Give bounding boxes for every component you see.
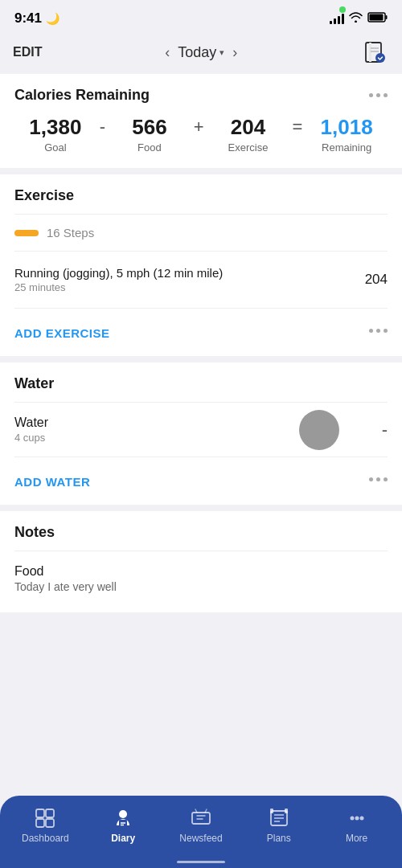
exercise-calories-value: 204 bbox=[365, 272, 388, 288]
nav-item-dashboard[interactable]: Dashboard bbox=[6, 807, 84, 844]
remaining-number: 1,018 bbox=[306, 115, 388, 140]
svg-rect-10 bbox=[36, 819, 44, 827]
nav-label-newsfeed: Newsfeed bbox=[179, 833, 222, 844]
home-indicator bbox=[177, 861, 225, 863]
wifi-icon bbox=[349, 12, 363, 25]
add-water-button[interactable]: ADD WATER bbox=[14, 467, 90, 492]
svg-rect-22 bbox=[285, 809, 288, 813]
edit-button[interactable]: EDIT bbox=[13, 45, 42, 59]
exercise-label: Exercise bbox=[207, 141, 289, 154]
minus-operator: - bbox=[96, 117, 109, 137]
exercise-calories: 204 Exercise bbox=[207, 115, 289, 154]
food-calories: 566 Food bbox=[109, 115, 191, 154]
nav-label-more: More bbox=[346, 833, 367, 844]
svg-rect-4 bbox=[369, 43, 371, 62]
water-item[interactable]: Water 4 cups - bbox=[14, 409, 388, 450]
notes-text: Today I ate very well bbox=[14, 580, 388, 593]
exercise-name: Running (jogging), 5 mph (12 min mile) bbox=[14, 266, 365, 280]
nav-item-more[interactable]: More bbox=[318, 807, 396, 844]
svg-rect-11 bbox=[46, 819, 54, 827]
goal-label: Goal bbox=[14, 141, 96, 154]
add-exercise-button[interactable]: ADD EXERCISE bbox=[14, 318, 110, 343]
steps-row: 16 Steps bbox=[14, 221, 388, 244]
nav-item-plans[interactable]: Plans bbox=[240, 807, 318, 844]
divider bbox=[14, 214, 388, 215]
svg-point-5 bbox=[375, 53, 385, 63]
next-date-arrow[interactable]: › bbox=[232, 44, 237, 61]
exercise-section-title: Exercise bbox=[14, 187, 388, 204]
battery-icon bbox=[367, 12, 388, 25]
notes-category: Food bbox=[14, 564, 388, 579]
water-name: Water bbox=[14, 416, 48, 430]
newsfeed-icon bbox=[190, 807, 212, 829]
bottom-navigation: Dashboard Diary Newsfeed bbox=[0, 796, 402, 868]
notes-item[interactable]: Food Today I ate very well bbox=[14, 558, 388, 600]
remaining-label: Remaining bbox=[306, 141, 388, 154]
exercise-more-button[interactable] bbox=[369, 329, 388, 333]
divider bbox=[14, 308, 388, 309]
top-navigation: EDIT ‹ Today ▾ › bbox=[0, 32, 402, 74]
food-number: 566 bbox=[109, 115, 191, 140]
date-label[interactable]: Today ▾ bbox=[178, 44, 224, 61]
more-icon bbox=[346, 807, 368, 829]
date-navigation[interactable]: ‹ Today ▾ › bbox=[165, 44, 237, 61]
status-icons bbox=[330, 12, 388, 25]
diary-nav-icon bbox=[112, 807, 134, 829]
goal-calories: 1,380 Goal bbox=[14, 115, 96, 154]
equals-operator: = bbox=[289, 117, 306, 137]
svg-rect-8 bbox=[36, 809, 44, 817]
divider bbox=[14, 551, 388, 551]
calories-section: Calories Remaining 1,380 Goal - 566 Food… bbox=[0, 74, 402, 168]
water-circle-control[interactable] bbox=[299, 410, 339, 450]
calories-title: Calories Remaining bbox=[14, 87, 150, 104]
divider bbox=[14, 251, 388, 252]
green-dot bbox=[339, 6, 346, 13]
nav-label-plans: Plans bbox=[267, 833, 291, 844]
calories-row: 1,380 Goal - 566 Food + 204 Exercise = 1… bbox=[14, 115, 388, 154]
water-footer: ADD WATER bbox=[14, 464, 388, 492]
more-options-button[interactable] bbox=[369, 93, 388, 97]
exercise-number: 204 bbox=[207, 115, 289, 140]
moon-icon: 🌙 bbox=[46, 12, 59, 25]
steps-bar-icon bbox=[14, 230, 39, 236]
time-display: 9:41 bbox=[14, 10, 42, 27]
divider bbox=[14, 402, 388, 403]
exercise-info: Running (jogging), 5 mph (12 min mile) 2… bbox=[14, 266, 365, 293]
food-label: Food bbox=[109, 141, 191, 154]
goal-number: 1,380 bbox=[14, 115, 96, 140]
water-info: Water 4 cups bbox=[14, 416, 48, 444]
nav-label-diary: Diary bbox=[111, 833, 135, 844]
svg-point-23 bbox=[350, 817, 354, 821]
nav-item-newsfeed[interactable]: Newsfeed bbox=[162, 807, 240, 844]
water-section: Water Water 4 cups - ADD WATER bbox=[0, 362, 402, 505]
water-more-button[interactable] bbox=[369, 477, 388, 481]
remaining-calories: 1,018 Remaining bbox=[306, 115, 388, 154]
plus-operator: + bbox=[191, 117, 207, 137]
svg-rect-16 bbox=[192, 813, 210, 824]
calories-header: Calories Remaining bbox=[14, 87, 388, 104]
svg-rect-21 bbox=[270, 809, 273, 813]
signal-bars-icon bbox=[330, 13, 344, 24]
exercise-item[interactable]: Running (jogging), 5 mph (12 min mile) 2… bbox=[14, 258, 388, 301]
svg-point-12 bbox=[119, 810, 127, 818]
svg-point-25 bbox=[359, 817, 363, 821]
water-section-title: Water bbox=[14, 375, 388, 392]
status-time: 9:41 🌙 bbox=[14, 10, 59, 27]
dashboard-icon bbox=[34, 807, 56, 829]
nav-item-diary[interactable]: Diary bbox=[84, 807, 162, 844]
svg-rect-1 bbox=[386, 15, 388, 19]
prev-date-arrow[interactable]: ‹ bbox=[165, 44, 170, 61]
notes-section-title: Notes bbox=[14, 524, 388, 541]
diary-icon[interactable] bbox=[360, 38, 389, 67]
plans-icon bbox=[268, 807, 290, 829]
exercise-section: Exercise 16 Steps Running (jogging), 5 m… bbox=[0, 174, 402, 356]
divider bbox=[14, 457, 388, 457]
nav-label-dashboard: Dashboard bbox=[22, 833, 69, 844]
steps-text: 16 Steps bbox=[47, 226, 94, 240]
water-minus-button[interactable]: - bbox=[382, 420, 388, 440]
dropdown-icon: ▾ bbox=[219, 47, 224, 58]
notes-section: Notes Food Today I ate very well bbox=[0, 511, 402, 612]
status-bar: 9:41 🌙 bbox=[0, 0, 402, 32]
exercise-duration: 25 minutes bbox=[14, 281, 365, 293]
exercise-footer: ADD EXERCISE bbox=[14, 315, 388, 343]
